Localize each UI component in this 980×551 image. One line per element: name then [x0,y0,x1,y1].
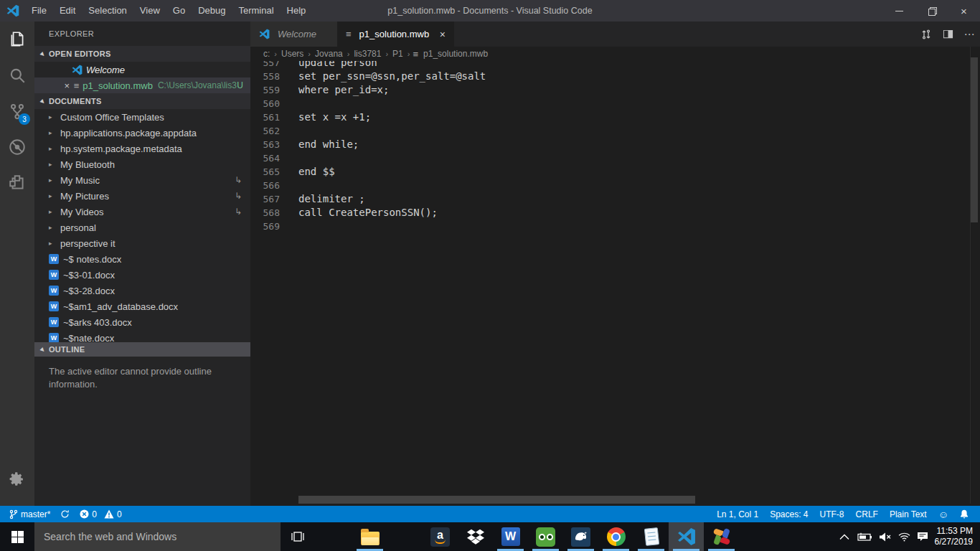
menu-view[interactable]: View [133,0,166,22]
menu-go[interactable]: Go [166,0,192,22]
taskbar-dropbox-button[interactable] [458,522,493,551]
problems-item[interactable]: 0 0 [76,506,125,522]
tree-item-notes-docx[interactable]: W~$ notes.docx [34,251,250,267]
extensions-view-button[interactable] [0,165,34,201]
code-editor[interactable]: 557update person 558set per_ssn=@ssn,per… [250,56,968,504]
battery-icon[interactable] [856,532,872,542]
volume-muted-icon[interactable] [879,532,892,542]
tripadvisor-icon [536,527,555,547]
tree-item-custom-office-templates[interactable]: ▸Custom Office Templates [34,109,250,125]
tree-item-perspective-it[interactable]: ▸perspective it [34,235,250,251]
tab-close-icon[interactable]: × [440,29,446,40]
menu-edit[interactable]: Edit [53,0,82,22]
search-view-button[interactable] [0,57,34,93]
code-line[interactable]: 562 [250,124,968,138]
wifi-icon[interactable] [898,532,910,542]
tree-item-my-music[interactable]: ▸My Music↳ [34,172,250,188]
code-line[interactable]: 567delimiter ; [250,192,968,206]
tree-item-3-28-docx[interactable]: W~$3-28.docx [34,283,250,298]
notifications-item[interactable] [954,506,974,522]
menu-debug[interactable]: Debug [192,0,232,22]
action-center-icon[interactable] [917,532,928,542]
close-editor-icon[interactable]: × [62,80,72,91]
breadcrumb-item[interactable]: P1 [391,49,405,59]
menu-file[interactable]: File [25,0,53,22]
code-line[interactable]: 565end $$ [250,165,968,179]
tree-item-my-videos[interactable]: ▸My Videos↳ [34,204,250,220]
eol-sequence[interactable]: CRLF [850,506,884,522]
code-line[interactable]: 563end while; [250,138,968,151]
source-control-view-button[interactable]: 3 [0,93,34,129]
taskbar-clock[interactable]: 11:53 PM 6/27/2019 [935,526,973,547]
tree-item-nate-docx[interactable]: W~$nate.docx [34,330,250,342]
taskbar-vscode-button[interactable] [669,522,704,551]
open-changes-icon[interactable] [915,22,937,47]
taskbar-tripadvisor-button[interactable] [528,522,563,551]
code-line[interactable]: 558set per_ssn=@ssn,per_salt=@salt [250,70,968,83]
tree-item-my-bluetooth[interactable]: ▸My Bluetooth [34,156,250,172]
vscode-file-icon [72,65,83,75]
tab-welcome[interactable]: Welcome [250,22,337,47]
editor-vertical-scrollbar[interactable] [971,57,978,222]
indentation[interactable]: Spaces: 4 [764,506,814,522]
more-actions-icon[interactable]: ⋯ [958,22,980,47]
breadcrumb-item[interactable]: Jovana [314,49,344,59]
breadcrumb-item[interactable]: Users [280,49,305,59]
tree-item-my-pictures[interactable]: ▸My Pictures↳ [34,188,250,204]
code-line[interactable]: 561set x =x +1; [250,110,968,124]
cursor-position[interactable]: Ln 1, Col 1 [711,506,764,522]
git-branch-item[interactable]: master* [6,506,54,522]
tree-item-am1-adv-database-docx[interactable]: W~$am1_adv_database.docx [34,298,250,314]
search-input[interactable] [34,531,281,542]
code-line[interactable]: 566 [250,179,968,192]
taskbar-amazon-button[interactable]: a [423,522,458,551]
breadcrumb-item[interactable]: c: [262,49,271,59]
breadcrumb[interactable]: c: › Users › Jovana › lis3781 › P1 › ≡ p… [250,47,970,61]
split-editor-icon[interactable] [937,22,958,47]
code-line[interactable]: 569 [250,220,968,233]
feedback-item[interactable]: ☺ [933,506,954,522]
settings-button[interactable] [0,461,34,497]
explorer-view-button[interactable] [0,22,34,57]
menu-terminal[interactable]: Terminal [232,0,280,22]
encoding[interactable]: UTF-8 [814,506,850,522]
taskbar-word-button[interactable]: W [493,522,528,551]
open-editors-section-header[interactable]: ▸ OPEN EDITORS [34,46,250,62]
code-line[interactable]: 568call CreatePersonSSN(); [250,206,968,220]
debug-view-button[interactable] [0,129,34,165]
tray-chevron-icon[interactable] [839,534,849,540]
code-line[interactable]: 560 [250,97,968,110]
tree-item-personal[interactable]: ▸personal [34,220,250,235]
start-button[interactable] [0,522,34,551]
menu-help[interactable]: Help [281,0,313,22]
taskbar-notepad-button[interactable] [633,522,669,551]
tree-item-arks-403-docx[interactable]: W~$arks 403.docx [34,314,250,330]
tree-item-hp-applications[interactable]: ▸hp.applications.package.appdata [34,125,250,141]
editor-tab-bar: Welcome ≡ p1_solution.mwb × ⋯ [250,22,980,47]
breadcrumb-item[interactable]: p1_solution.mwb [422,49,489,59]
open-editor-welcome[interactable]: Welcome [34,62,250,77]
restore-button[interactable] [915,0,948,22]
outline-section-header[interactable]: ▸ OUTLINE [34,342,250,357]
tab-p1-solution[interactable]: ≡ p1_solution.mwb × [337,22,454,47]
editor-horizontal-scrollbar[interactable] [298,496,695,504]
breadcrumb-item[interactable]: lis3781 [352,49,382,59]
taskbar-file-explorer-button[interactable] [352,522,387,551]
sync-item[interactable] [57,506,73,522]
tree-item-3-01-docx[interactable]: W~$3-01.docx [34,267,250,283]
tree-item-hp-system[interactable]: ▸hp.system.package.metadata [34,141,250,156]
language-mode[interactable]: Plain Text [884,506,933,522]
menu-selection[interactable]: Selection [82,0,133,22]
code-line[interactable]: 559where per_id=x; [250,83,968,97]
taskbar-chrome-button[interactable] [598,522,633,551]
line-number: 569 [250,220,280,233]
minimize-button[interactable] [883,0,915,22]
documents-section-header[interactable]: ▸ DOCUMENTS [34,93,250,109]
code-line[interactable]: 564 [250,151,968,165]
open-editor-p1-solution[interactable]: × ≡ p1_solution.mwb C:\Users\Jovana\lis3… [34,77,250,93]
task-view-button[interactable] [281,522,315,551]
taskbar-pinwheel-app-button[interactable] [704,522,739,551]
taskbar-search[interactable] [34,522,281,551]
close-button[interactable]: × [948,0,980,22]
taskbar-pgadmin-button[interactable] [563,522,598,551]
